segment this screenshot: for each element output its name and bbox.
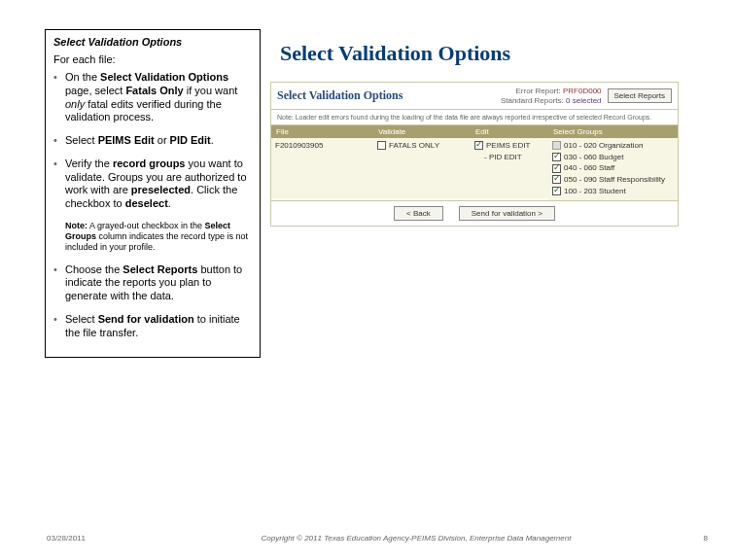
col-body: F2010903905 bbox=[271, 138, 373, 198]
fatals-only-checkbox[interactable] bbox=[377, 141, 386, 150]
select-reports-button[interactable]: Select Reports bbox=[608, 88, 672, 103]
col-body: FATALS ONLY bbox=[373, 138, 471, 198]
col-header: Select Groups bbox=[548, 125, 678, 138]
col-header: Validate bbox=[373, 125, 471, 138]
col-header: File bbox=[271, 125, 373, 138]
col-file: File F2010903905 bbox=[271, 125, 373, 200]
error-report-label: Error Report: bbox=[515, 87, 560, 95]
app-footer: < Back Send for validation > bbox=[271, 200, 678, 226]
app-note: Note: Loader edit errors found during th… bbox=[271, 110, 678, 124]
reports-summary: Error Report: PRF0D000 Standard Reports:… bbox=[501, 87, 602, 105]
std-report-label: Standard Reports: bbox=[501, 96, 564, 105]
send-for-validation-button[interactable]: Send for validation > bbox=[459, 206, 555, 221]
app-title: Select Validation Options bbox=[277, 88, 501, 103]
instruction-item: Select PEIMS Edit or PID Edit. bbox=[53, 134, 252, 148]
std-report-value: 0 selected bbox=[566, 96, 601, 105]
app-screenshot: Select Validation Options Error Report: … bbox=[270, 82, 679, 227]
col-body: PEIMS EDIT - PID EDIT bbox=[471, 138, 548, 198]
file-name: F2010903905 bbox=[275, 141, 323, 150]
pid-edit-text: - PID EDIT bbox=[484, 153, 522, 162]
footer-copyright: Copyright © 2011 Texas Education Agency-… bbox=[144, 534, 688, 542]
group-label: 100 - 203 Student bbox=[564, 187, 626, 196]
group-label: 010 - 020 Organization bbox=[564, 141, 643, 151]
slide-body: Select Validation Options For each file:… bbox=[0, 0, 735, 358]
group-checkbox[interactable] bbox=[552, 164, 561, 173]
instruction-item: Verify the record groups you want to val… bbox=[53, 158, 252, 211]
col-body: 010 - 020 Organization 030 - 060 Budget … bbox=[548, 138, 678, 200]
slide-footer: 03/28/2011 Copyright © 2011 Texas Educat… bbox=[0, 534, 735, 542]
col-header: Edit bbox=[471, 125, 548, 138]
instructions-list-2: Choose the Select Reports button to indi… bbox=[53, 263, 252, 340]
checkbox-label: PEIMS EDIT bbox=[486, 141, 530, 151]
checkbox-label: FATALS ONLY bbox=[389, 141, 439, 151]
app-header: Select Validation Options Error Report: … bbox=[271, 83, 678, 110]
col-edit: Edit PEIMS EDIT - PID EDIT bbox=[471, 125, 548, 200]
group-checkbox[interactable] bbox=[552, 175, 561, 184]
instruction-item: Select Send for validation to initiate t… bbox=[53, 313, 252, 340]
group-checkbox[interactable] bbox=[552, 187, 561, 195]
page-title: Select Validation Options bbox=[280, 41, 714, 66]
instruction-item: On the Select Validation Options page, s… bbox=[53, 71, 252, 124]
group-label: 050 - 090 Staff Responsibility bbox=[564, 175, 665, 185]
peims-edit-checkbox[interactable] bbox=[474, 141, 483, 150]
error-report-value: PRF0D000 bbox=[563, 87, 602, 95]
group-label: 040 - 060 Staff bbox=[564, 163, 614, 173]
group-label: 030 - 060 Budget bbox=[564, 153, 623, 162]
instructions-subtitle: For each file: bbox=[53, 53, 252, 65]
group-checkbox-disabled bbox=[552, 141, 561, 150]
col-validate: Validate FATALS ONLY bbox=[373, 125, 471, 200]
content-panel: Select Validation Options Select Validat… bbox=[270, 29, 714, 358]
instructions-title: Select Validation Options bbox=[53, 36, 252, 48]
footer-page-number: 8 bbox=[688, 534, 708, 542]
instruction-item: Choose the Select Reports button to indi… bbox=[53, 263, 252, 303]
app-table: File F2010903905 Validate FATALS ONLY bbox=[271, 124, 678, 200]
footer-date: 03/28/2011 bbox=[47, 534, 144, 542]
col-select-groups: Select Groups 010 - 020 Organization 030… bbox=[548, 125, 678, 200]
instructions-list: On the Select Validation Options page, s… bbox=[53, 71, 252, 211]
group-checkbox[interactable] bbox=[552, 153, 561, 161]
instructions-panel: Select Validation Options For each file:… bbox=[45, 29, 261, 358]
back-button[interactable]: < Back bbox=[394, 206, 443, 221]
instructions-note: Note: A grayed-out checkbox in the Selec… bbox=[53, 221, 252, 254]
